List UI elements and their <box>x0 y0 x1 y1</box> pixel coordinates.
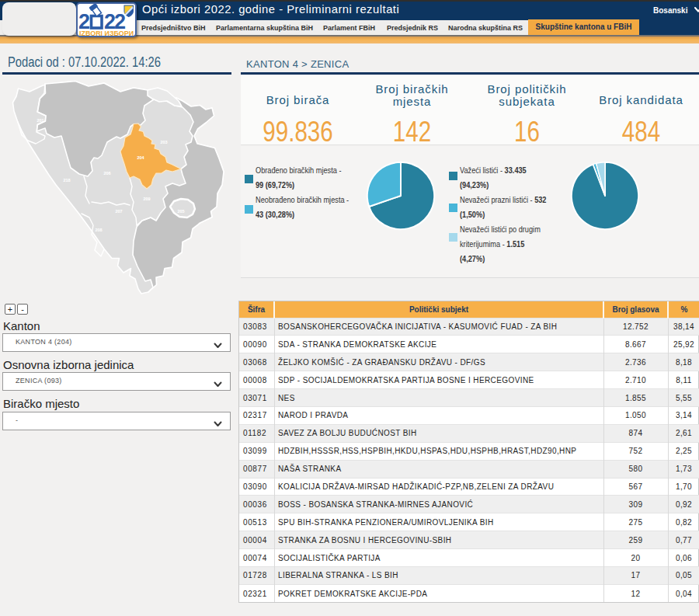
svg-text:218: 218 <box>63 178 70 183</box>
svg-text:208: 208 <box>95 228 102 232</box>
svg-text:IZBORI ИЗБОРИ: IZBORI ИЗБОРИ <box>79 30 134 37</box>
svg-text:201: 201 <box>37 118 43 123</box>
svg-text:209: 209 <box>143 197 150 201</box>
svg-text:207: 207 <box>115 209 122 214</box>
svg-text:205: 205 <box>177 209 184 214</box>
svg-text:206: 206 <box>103 171 110 176</box>
svg-text:204: 204 <box>137 155 144 160</box>
svg-text:203: 203 <box>160 140 167 144</box>
